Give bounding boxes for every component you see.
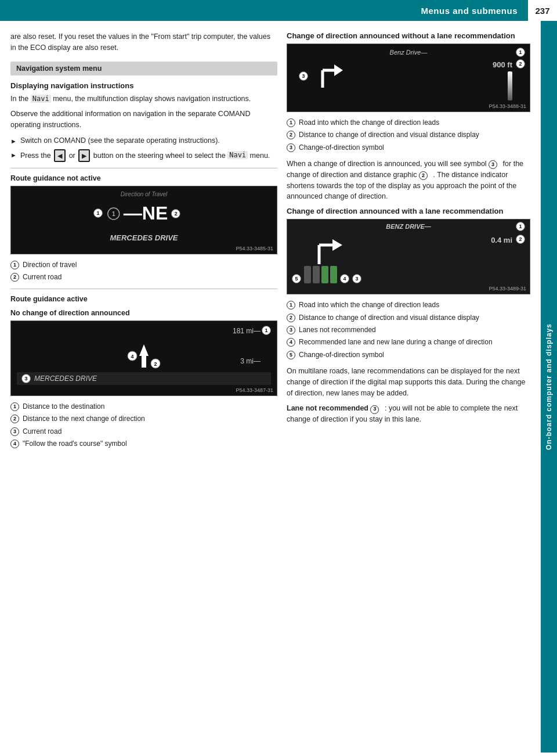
img4-item-4: 4 Recommended lane and new lane during a… bbox=[287, 337, 530, 347]
img4-items: 1 Road into which the change of directio… bbox=[287, 300, 530, 360]
img2-item-1: 1 Distance to the destination bbox=[10, 402, 277, 412]
benz-drive-label-2: BENZ DRIVE— bbox=[386, 223, 431, 230]
dist-04: 0.4 mi bbox=[491, 236, 512, 244]
page-body: are also reset. If you reset the values … bbox=[0, 21, 557, 753]
divider-1 bbox=[10, 168, 277, 168]
ref-5f: 5 bbox=[292, 274, 301, 283]
ref-2f: 2 bbox=[516, 235, 525, 244]
road-name-area: 3 MERCEDES DRIVE bbox=[17, 372, 271, 385]
lane-not-rec-label: Lane not recommended bbox=[287, 404, 368, 412]
right-column: Change of direction announced without a … bbox=[287, 31, 530, 742]
para-multilane-1: On multilane roads, lane recommendations… bbox=[287, 366, 530, 398]
bullet2-text: Press the ◀ or ▶ button on the steering … bbox=[20, 149, 270, 163]
img3-code: P54.33-3488-31 bbox=[489, 103, 526, 109]
img2-item-3: 3 Current road bbox=[10, 427, 277, 437]
inline-badge-3: 3 bbox=[489, 160, 497, 169]
badge-4c: 4 bbox=[10, 440, 19, 448]
svg-marker-12 bbox=[332, 239, 342, 251]
img1-item-2: 2 Current road bbox=[10, 272, 277, 282]
turn-arrow-svg bbox=[314, 59, 343, 93]
route-not-active-image: Direction of Travel 1 1 —NE 2 MERCEDES D… bbox=[10, 186, 277, 254]
svg-text:1: 1 bbox=[112, 211, 115, 217]
nav-para1: In the Navi menu, the multifunction disp… bbox=[10, 93, 277, 105]
inline-badge-2: 2 bbox=[419, 171, 428, 180]
nav-system-banner: Navigation system menu bbox=[10, 62, 277, 75]
bullet-arrow-2: ► bbox=[10, 150, 17, 160]
left-column: are also reset. If you reset the values … bbox=[10, 31, 277, 742]
img3-items: 1 Road into which the change of directio… bbox=[287, 118, 530, 153]
svg-text:2: 2 bbox=[154, 361, 157, 367]
displaying-nav-heading: Displaying navigation instructions bbox=[10, 81, 277, 90]
ref-4f: 4 bbox=[340, 274, 349, 283]
turn-arrow-svg-2 bbox=[310, 232, 342, 270]
compass-icon: 1 bbox=[107, 207, 120, 220]
ref-num-1: 1 bbox=[93, 208, 103, 218]
badge-2e: 2 bbox=[287, 131, 295, 139]
no-change-heading: No change of direction announced bbox=[10, 309, 277, 317]
ref-1f: 1 bbox=[516, 222, 525, 231]
badge-2g: 2 bbox=[287, 314, 295, 322]
img3-item-1: 1 Road into which the change of directio… bbox=[287, 118, 530, 128]
img4-item-3: 3 Lanes not recommended bbox=[287, 325, 530, 335]
ref-1d: 1 bbox=[516, 48, 525, 57]
bullet-arrow-1: ► bbox=[10, 136, 17, 146]
img1-items: 1 Direction of travel 2 Current road bbox=[10, 260, 277, 283]
change-no-lane-image: Benz Drive— 1 3 900 ft bbox=[287, 44, 530, 112]
img4-code: P54.33-3489-31 bbox=[489, 286, 526, 291]
dist-top: 181 mi— bbox=[233, 327, 261, 335]
dist-bar bbox=[508, 71, 512, 100]
arrow-area: 4 2 bbox=[126, 341, 161, 372]
page-number: 237 bbox=[527, 0, 557, 21]
img2-items: 1 Distance to the destination 2 Distance… bbox=[10, 402, 277, 449]
badge-2c: 2 bbox=[10, 415, 19, 423]
para-multilane-2: Lane not recommended 3 : you will not be… bbox=[287, 403, 530, 425]
bullet-item-2: ► Press the ◀ or ▶ button on the steerin… bbox=[10, 149, 277, 163]
ref-num-2-inline: 2 bbox=[171, 209, 180, 218]
side-tab: On-board computer and displays bbox=[541, 21, 557, 753]
badge-3c: 3 bbox=[10, 427, 19, 436]
img3-item-2: 2 Distance to change of direction and vi… bbox=[287, 130, 530, 140]
badge-3e: 3 bbox=[287, 143, 295, 152]
page-header: Menus and submenus 237 bbox=[0, 0, 557, 21]
svg-marker-9 bbox=[334, 64, 343, 76]
img3-item-3: 3 Change-of-direction symbol bbox=[287, 143, 530, 153]
change-with-lane-heading: Change of direction announced with a lan… bbox=[287, 207, 530, 215]
page-footer: carmanualsonline.info bbox=[0, 753, 557, 756]
badge-3g: 3 bbox=[287, 326, 295, 334]
left-button: ◀ bbox=[54, 149, 66, 163]
img1-code: P54.33-3485-31 bbox=[236, 246, 273, 251]
nav-para2: Observe the additional information on na… bbox=[10, 109, 277, 131]
route-active-heading: Route guidance active bbox=[10, 295, 277, 303]
right-button: ▶ bbox=[78, 149, 90, 163]
img4-item-1: 1 Road into which the change of directio… bbox=[287, 300, 530, 310]
img4-item-5: 5 Change-of-direction symbol bbox=[287, 350, 530, 360]
para-when: When a change of direction is announced,… bbox=[287, 159, 530, 202]
ref-3f: 3 bbox=[352, 274, 361, 283]
intro-text: are also reset. If you reset the values … bbox=[10, 31, 277, 53]
ref-2d: 2 bbox=[516, 59, 525, 69]
bullet-item-1: ► Switch on COMAND (see the separate ope… bbox=[10, 135, 277, 146]
img2-item-4: 4 "Follow the road's course" symbol bbox=[10, 439, 277, 449]
content-area: are also reset. If you reset the values … bbox=[0, 21, 541, 753]
svg-text:4: 4 bbox=[131, 354, 133, 359]
img2-item-2: 2 Distance to the next change of directi… bbox=[10, 414, 277, 424]
badge-5g: 5 bbox=[287, 351, 295, 359]
turn-area-2 bbox=[310, 232, 342, 272]
nav-181-display: 181 mi— 1 4 2 bbox=[11, 321, 277, 395]
badge-4g: 4 bbox=[287, 338, 295, 347]
dist-bar-area: 900 ft bbox=[493, 60, 512, 100]
nav-direction-display: Direction of Travel 1 1 —NE 2 MERCEDES D… bbox=[11, 186, 277, 254]
up-arrow-svg: 4 2 bbox=[126, 341, 161, 370]
header-title: Menus and submenus bbox=[421, 6, 518, 16]
header-title-area: Menus and submenus bbox=[0, 0, 527, 21]
img2-code: P54.33-3487-31 bbox=[236, 387, 273, 393]
route-not-active-heading: Route guidance not active bbox=[10, 174, 277, 182]
ref-num-1b: 1 bbox=[262, 326, 271, 335]
badge-1c: 1 bbox=[10, 402, 19, 411]
ref-3: 3 bbox=[21, 374, 31, 383]
change-with-lane-image: BENZ DRIVE— 1 5 4 3 bbox=[287, 219, 530, 294]
navi-label: Navi bbox=[31, 95, 51, 103]
ne-display: 1 —NE 2 bbox=[107, 203, 180, 224]
side-tab-label: On-board computer and displays bbox=[545, 323, 553, 450]
inline-badge-3b: 3 bbox=[370, 405, 379, 414]
